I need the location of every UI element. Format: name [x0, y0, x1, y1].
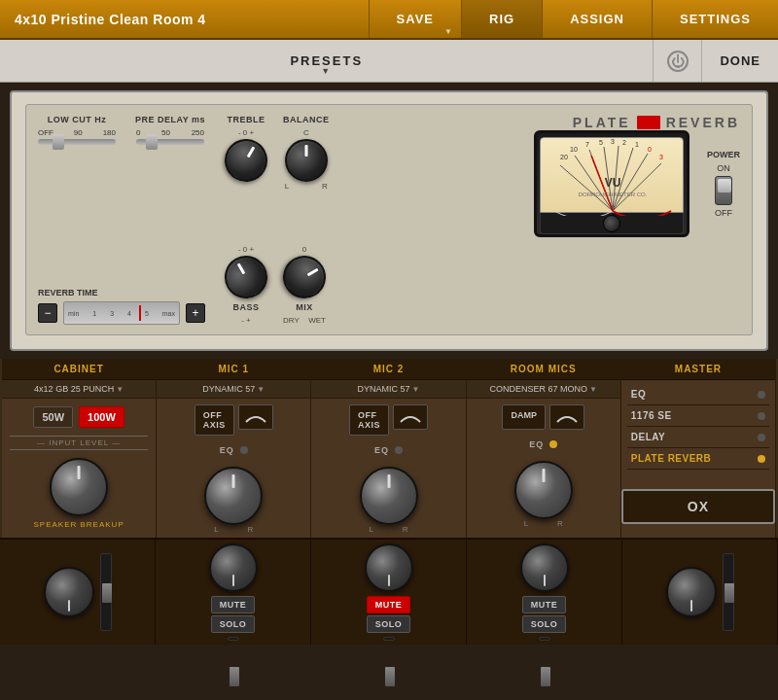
mic1-solo-button[interactable]: SOLO — [211, 615, 256, 633]
master-plate-reverb-label: PLATE REVERB — [631, 453, 712, 464]
presets-done-button[interactable]: DONE — [701, 40, 778, 82]
mic2-fader-handle[interactable] — [385, 667, 395, 686]
mic1-curve-button[interactable] — [238, 404, 273, 430]
vu-meter: 20 10 7 5 3 2 1 0 3 — [534, 130, 690, 237]
reverb-controls-top: LOW CUT Hz OFF 90 180 PRE DELAY ms 0 50 … — [38, 115, 740, 237]
svg-text:7: 7 — [585, 141, 589, 148]
treble-knob[interactable] — [217, 131, 275, 190]
master-delay-item[interactable]: DELAY — [627, 427, 769, 448]
master-eq-item[interactable]: EQ — [627, 384, 769, 405]
plate-reverb-header: PLATE REVERB — [573, 115, 740, 130]
svg-text:5: 5 — [599, 139, 603, 146]
plate-text: PLATE — [573, 115, 631, 130]
tab-assign[interactable]: ASSIGN — [542, 0, 652, 38]
svg-text:DORROUGH METER CO.: DORROUGH METER CO. — [579, 192, 648, 197]
room-mics-solo-button[interactable]: SOLO — [522, 615, 567, 633]
mic1-eq-row: EQ — [157, 441, 310, 459]
mic1-select-arrow: ▼ — [257, 385, 265, 394]
room-mics-fader-strip[interactable] — [539, 637, 550, 641]
mic2-curve-button[interactable] — [393, 404, 428, 430]
room-mics-eq-dot[interactable] — [549, 440, 557, 448]
tab-save[interactable]: SAVE — [369, 0, 461, 38]
cabinet-strip: CABINET 4x12 GB 25 PUNCH ▼ 50W 100W — IN… — [2, 359, 157, 538]
reverb-time-increase-button[interactable]: + — [186, 303, 205, 323]
cabinet-fader-handle[interactable] — [102, 583, 112, 603]
room-mics-fader-knob[interactable] — [520, 543, 569, 592]
master-1176se-item[interactable]: 1176 SE — [627, 405, 769, 427]
vu-scale-svg: 20 10 7 5 3 2 1 0 3 — [541, 138, 685, 216]
vu-meter-knob[interactable] — [603, 215, 620, 232]
bass-group: - 0 + BASS - + — [225, 245, 267, 325]
mic2-mute-button[interactable]: MUTE — [367, 596, 411, 613]
bass-knob[interactable] — [217, 248, 275, 306]
room-mics-mute-button[interactable]: MUTE — [522, 596, 567, 613]
mic2-fader-knob[interactable] — [365, 543, 413, 592]
room-mics-model-select[interactable]: CONDENSER 67 MONO ▼ — [467, 380, 620, 399]
mic1-fader-handle[interactable] — [230, 667, 239, 686]
mic1-off-axis-button[interactable]: OFFAXIS — [194, 404, 234, 436]
balance-label: BALANCE — [283, 115, 330, 124]
wet-label: WET — [308, 316, 326, 325]
mic1-model-select[interactable]: DYNAMIC 57 ▼ — [157, 380, 310, 399]
mic1-fader-channel: MUTE SOLO — [156, 540, 311, 645]
reverb-panel: LOW CUT Hz OFF 90 180 PRE DELAY ms 0 50 … — [10, 90, 768, 351]
power-toggle-switch[interactable] — [715, 176, 732, 205]
mic1-fader-knob[interactable] — [209, 543, 258, 592]
master-fader-handle[interactable] — [725, 583, 734, 603]
presets-label[interactable]: PRESETS — [0, 53, 653, 68]
room-mics-fader-handle[interactable] — [541, 667, 550, 686]
master-delay-dot — [758, 434, 765, 441]
reverb-time-slider[interactable]: min 1 3 4 5 max — [63, 301, 180, 325]
mic1-mute-button[interactable]: MUTE — [211, 596, 256, 613]
low-cut-label: LOW CUT Hz — [48, 115, 107, 124]
pre-delay-slider-track[interactable] — [136, 139, 204, 145]
tab-rig[interactable]: RIG — [461, 0, 542, 38]
cabinet-speaker-knob[interactable] — [50, 458, 108, 516]
mic2-off-axis-button[interactable]: OFFAXIS — [349, 404, 389, 436]
mic2-fader-strip[interactable] — [383, 637, 395, 641]
svg-text:VU: VU — [605, 176, 621, 190]
cabinet-fader-strip[interactable] — [100, 553, 112, 631]
balance-knob[interactable] — [285, 139, 328, 182]
room-mics-curve-button[interactable] — [549, 404, 584, 430]
watt-100-button[interactable]: 100W — [79, 406, 124, 428]
low-cut-slider-track[interactable] — [38, 139, 116, 145]
room-mics-knob-area: LR — [467, 453, 620, 532]
low-cut-group: LOW CUT Hz OFF 90 180 — [38, 115, 116, 149]
mic2-model-select[interactable]: DYNAMIC 57 ▼ — [311, 380, 465, 399]
presets-power-button[interactable]: ⏻ — [653, 40, 701, 82]
master-items: EQ 1176 SE DELAY PLATE REVERB — [621, 380, 775, 473]
cabinet-fader-knob[interactable] — [44, 567, 94, 617]
mic1-volume-knob[interactable] — [204, 467, 263, 525]
mic2-solo-button[interactable]: SOLO — [367, 615, 411, 633]
master-fader-knob[interactable] — [666, 567, 717, 617]
pre-delay-slider-thumb[interactable] — [146, 134, 158, 150]
damp-button[interactable]: DAMP — [502, 404, 546, 430]
ox-button[interactable]: OX — [621, 489, 775, 524]
mic2-eq-label: EQ — [374, 445, 389, 455]
power-icon: ⏻ — [667, 51, 689, 72]
low-cut-slider-thumb[interactable] — [53, 134, 64, 150]
speaker-breakup-label: SPEAKER BREAKUP — [2, 520, 156, 535]
nav-tabs: SAVE RIG ASSIGN SETTINGS — [369, 0, 778, 38]
master-eq-label: EQ — [631, 389, 646, 400]
master-plate-reverb-item[interactable]: PLATE REVERB — [627, 448, 769, 470]
watt-50-button[interactable]: 50W — [33, 406, 73, 428]
mix-knob[interactable] — [275, 248, 334, 306]
master-delay-label: DELAY — [631, 432, 665, 442]
room-mics-volume-knob[interactable] — [514, 461, 573, 519]
svg-text:1: 1 — [635, 141, 639, 148]
cabinet-model-select[interactable]: 4x12 GB 25 PUNCH ▼ — [2, 380, 156, 399]
mic1-fader-strip[interactable] — [228, 637, 239, 641]
tab-settings[interactable]: SETTINGS — [652, 0, 778, 38]
on-label: ON — [717, 163, 730, 173]
reverb-time-decrease-button[interactable]: − — [38, 303, 57, 323]
mic2-volume-knob[interactable] — [360, 467, 418, 525]
mic1-eq-dot[interactable] — [240, 446, 248, 454]
balance-group: BALANCE C LR — [283, 115, 330, 191]
master-strip: MASTER EQ 1176 SE DELAY PLATE REVERB OX — [621, 359, 776, 538]
pre-delay-label: PRE DELAY ms — [135, 115, 205, 124]
master-eq-dot — [758, 391, 765, 399]
master-fader-strip[interactable] — [723, 553, 734, 631]
mic2-eq-dot[interactable] — [395, 446, 403, 454]
